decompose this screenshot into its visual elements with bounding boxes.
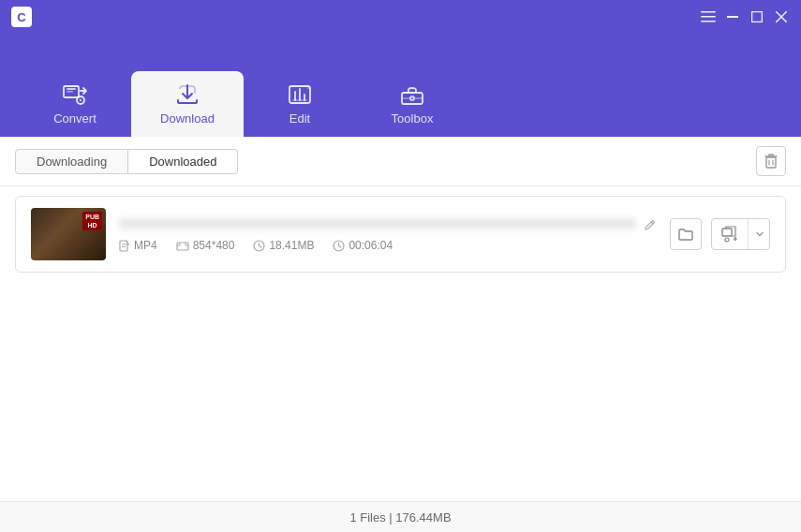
svg-rect-3 <box>727 16 738 18</box>
size-icon <box>253 239 265 252</box>
svg-rect-2 <box>701 21 716 22</box>
duration-value: 00:06:04 <box>349 239 393 252</box>
download-icon <box>174 81 200 106</box>
item-title-row <box>119 216 657 231</box>
toolbox-icon <box>399 81 425 106</box>
subtab-downloading[interactable]: Downloading <box>15 149 128 174</box>
minimize-button[interactable] <box>724 8 741 25</box>
svg-rect-4 <box>752 12 763 22</box>
tab-toolbox[interactable]: Toolbox <box>356 71 468 137</box>
item-title <box>119 218 636 229</box>
svg-rect-23 <box>120 241 127 251</box>
meta-resolution: 854*480 <box>176 239 235 252</box>
nav-tabs: Convert Download Edit <box>0 34 801 137</box>
tab-edit[interactable]: Edit <box>244 72 356 137</box>
item-thumbnail: PUB HD <box>31 208 106 260</box>
meta-format: MP4 <box>119 239 157 252</box>
size-value: 18.41MB <box>269 239 314 252</box>
svg-rect-29 <box>722 229 732 236</box>
toolbox-tab-label: Toolbox <box>392 111 434 126</box>
item-meta: MP4 854*480 <box>119 239 657 252</box>
format-icon <box>119 239 130 252</box>
app-logo: C <box>11 7 32 27</box>
thumb-badge: PUB HD <box>82 212 102 230</box>
resolution-icon <box>176 239 189 252</box>
svg-rect-26 <box>177 243 188 250</box>
convert-to-button[interactable] <box>711 218 770 250</box>
content-area: PUB HD <box>0 186 801 501</box>
resolution-value: 854*480 <box>193 239 235 252</box>
edit-title-icon[interactable] <box>644 216 657 231</box>
open-folder-button[interactable] <box>670 218 702 250</box>
download-tab-label: Download <box>160 111 215 126</box>
sub-tab-bar: Downloading Downloaded <box>0 137 801 186</box>
close-button[interactable] <box>773 8 790 25</box>
menu-button[interactable] <box>700 8 717 25</box>
svg-rect-9 <box>67 91 73 93</box>
sub-tabs: Downloading Downloaded <box>15 149 238 174</box>
maximize-button[interactable] <box>749 8 765 25</box>
convert-main-icon[interactable] <box>712 219 749 249</box>
download-item: PUB HD <box>15 196 786 273</box>
convert-tab-label: Convert <box>53 111 96 126</box>
svg-point-30 <box>725 238 729 242</box>
item-actions <box>670 218 770 250</box>
meta-size: 18.41MB <box>253 239 314 252</box>
duration-icon <box>333 239 345 252</box>
svg-line-22 <box>651 222 653 224</box>
edit-icon <box>287 81 313 106</box>
svg-rect-1 <box>701 16 716 18</box>
status-text: 1 Files | 176.44MB <box>349 510 451 525</box>
format-value: MP4 <box>134 239 157 252</box>
meta-duration: 00:06:04 <box>333 239 393 252</box>
status-bar: 1 Files | 176.44MB <box>0 501 801 532</box>
svg-rect-19 <box>766 157 776 168</box>
item-info: MP4 854*480 <box>119 216 657 253</box>
subtab-downloaded[interactable]: Downloaded <box>128 149 238 174</box>
window-controls <box>700 8 790 25</box>
svg-rect-0 <box>701 11 716 13</box>
convert-dropdown-arrow[interactable] <box>750 219 769 249</box>
tab-download[interactable]: Download <box>131 71 244 137</box>
delete-all-button[interactable] <box>756 146 786 176</box>
edit-tab-label: Edit <box>289 111 310 126</box>
tab-convert[interactable]: Convert <box>19 72 131 137</box>
svg-rect-8 <box>67 88 76 90</box>
convert-icon <box>62 81 88 106</box>
title-bar: C <box>0 0 801 34</box>
